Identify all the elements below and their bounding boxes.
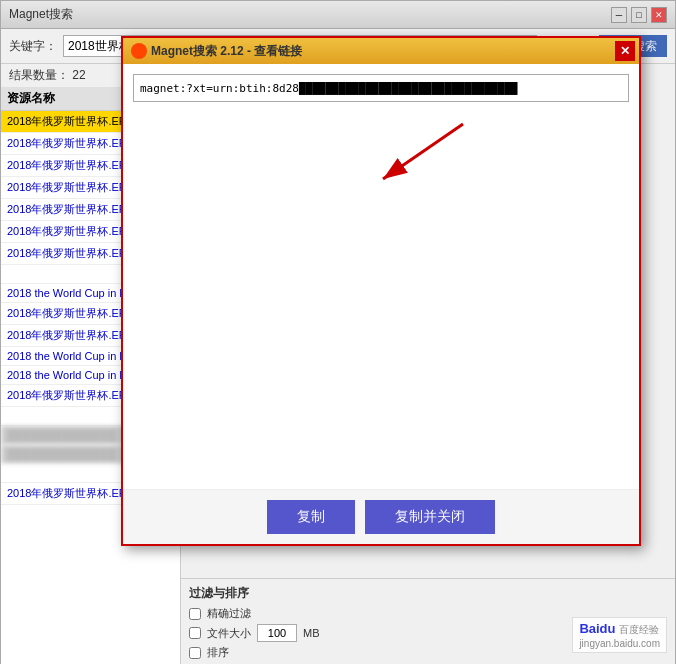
copy-button[interactable]: 复制 xyxy=(267,500,355,534)
close-button[interactable]: ✕ xyxy=(651,7,667,23)
filesize-filter-checkbox[interactable] xyxy=(189,627,201,639)
precise-filter-label: 精确过滤 xyxy=(207,606,251,621)
sort-label: 排序 xyxy=(207,645,229,660)
dialog-close-button[interactable]: ✕ xyxy=(615,41,635,61)
app-title: Magnet搜索 xyxy=(9,6,73,23)
minimize-button[interactable]: ─ xyxy=(611,7,627,23)
baidu-logo: Baidu xyxy=(579,621,615,636)
filesize-unit: MB xyxy=(303,627,320,639)
magnet-dialog: Magnet搜索 2.12 - 查看链接 ✕ 复制 复制并 xyxy=(121,36,641,546)
main-window: Magnet搜索 ─ □ ✕ 关键字： 在线搜索 结果数量： 22 资源名称 2… xyxy=(0,0,676,664)
dialog-footer: 复制 复制并关闭 xyxy=(123,489,639,544)
dialog-app-icon xyxy=(131,43,147,59)
title-bar: Magnet搜索 ─ □ ✕ xyxy=(1,1,675,29)
filter-title: 过滤与排序 xyxy=(189,585,667,602)
precise-filter-checkbox[interactable] xyxy=(189,608,201,620)
arrow-annotation xyxy=(363,114,483,197)
copy-close-button[interactable]: 复制并关闭 xyxy=(365,500,495,534)
svg-line-1 xyxy=(383,124,463,179)
dialog-title: Magnet搜索 2.12 - 查看链接 xyxy=(151,43,302,60)
magnet-link-input[interactable] xyxy=(133,74,629,102)
red-arrow-svg xyxy=(363,114,483,194)
filesize-input[interactable] xyxy=(257,624,297,642)
results-count: 22 xyxy=(72,68,85,82)
title-bar-controls: ─ □ ✕ xyxy=(611,7,667,23)
results-label: 结果数量： xyxy=(9,68,69,82)
dialog-title-bar: Magnet搜索 2.12 - 查看链接 ✕ xyxy=(123,38,639,64)
filesize-label: 文件大小 xyxy=(207,626,251,641)
dialog-content xyxy=(123,64,639,489)
search-label: 关键字： xyxy=(9,38,57,55)
sort-checkbox[interactable] xyxy=(189,647,201,659)
watermark: Baidu 百度经验jingyan.baidu.com xyxy=(572,617,667,653)
maximize-button[interactable]: □ xyxy=(631,7,647,23)
